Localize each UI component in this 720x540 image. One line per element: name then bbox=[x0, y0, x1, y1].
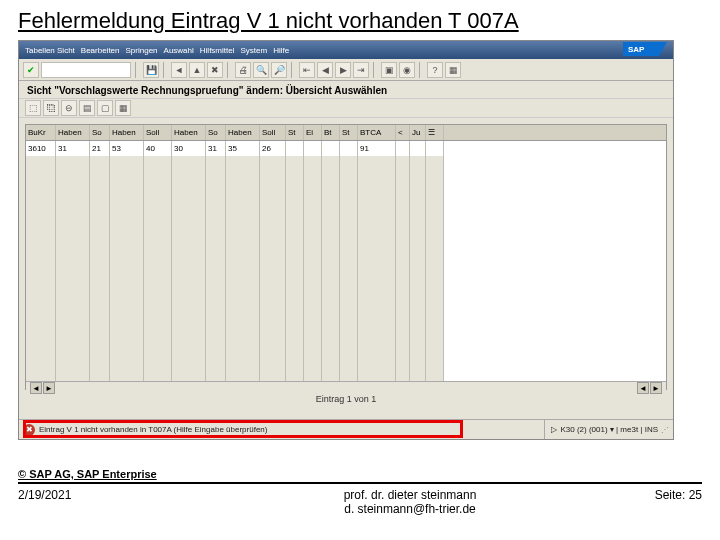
table-cell[interactable] bbox=[340, 306, 358, 321]
table-cell[interactable] bbox=[56, 216, 90, 231]
save-button[interactable]: 💾 bbox=[143, 62, 159, 78]
table-cell[interactable] bbox=[410, 171, 426, 186]
table-cell[interactable] bbox=[396, 366, 410, 381]
find-button[interactable]: 🔍 bbox=[253, 62, 269, 78]
new-session-button[interactable]: ▣ bbox=[381, 62, 397, 78]
table-cell[interactable] bbox=[226, 186, 260, 201]
help-button[interactable]: ? bbox=[427, 62, 443, 78]
table-cell[interactable] bbox=[358, 171, 396, 186]
table-cell[interactable] bbox=[56, 171, 90, 186]
table-row[interactable] bbox=[26, 246, 666, 261]
table-cell[interactable] bbox=[172, 246, 206, 261]
table-cell[interactable] bbox=[90, 276, 110, 291]
table-cell[interactable] bbox=[304, 156, 322, 171]
table-cell[interactable] bbox=[172, 276, 206, 291]
table-cell[interactable] bbox=[396, 216, 410, 231]
menu-item[interactable]: Bearbeiten bbox=[81, 46, 120, 55]
menu-item[interactable]: Auswahl bbox=[164, 46, 194, 55]
table-cell[interactable] bbox=[322, 186, 340, 201]
back-button[interactable]: ◄ bbox=[171, 62, 187, 78]
column-header[interactable]: Soll bbox=[260, 125, 286, 140]
table-cell[interactable] bbox=[110, 246, 144, 261]
table-cell[interactable] bbox=[396, 276, 410, 291]
table-cell[interactable] bbox=[110, 276, 144, 291]
table-cell[interactable] bbox=[110, 156, 144, 171]
table-cell[interactable] bbox=[304, 336, 322, 351]
table-cell[interactable] bbox=[260, 291, 286, 306]
first-page-button[interactable]: ⇤ bbox=[299, 62, 315, 78]
scroll-left2-button[interactable]: ◄ bbox=[637, 382, 649, 394]
table-cell[interactable] bbox=[172, 171, 206, 186]
table-cell[interactable] bbox=[26, 231, 56, 246]
table-cell[interactable] bbox=[172, 366, 206, 381]
table-cell[interactable] bbox=[90, 261, 110, 276]
table-cell[interactable] bbox=[396, 171, 410, 186]
table-cell[interactable] bbox=[340, 141, 358, 156]
menu-item[interactable]: Hilfsmittel bbox=[200, 46, 235, 55]
table-cell[interactable] bbox=[110, 216, 144, 231]
table-cell[interactable] bbox=[260, 261, 286, 276]
table-cell[interactable] bbox=[410, 246, 426, 261]
table-cell[interactable] bbox=[410, 186, 426, 201]
table-cell[interactable] bbox=[110, 366, 144, 381]
table-cell[interactable] bbox=[340, 261, 358, 276]
table-row[interactable] bbox=[26, 291, 666, 306]
table-cell[interactable] bbox=[206, 261, 226, 276]
table-cell[interactable] bbox=[396, 201, 410, 216]
table-cell[interactable]: 21 bbox=[90, 141, 110, 156]
table-cell[interactable] bbox=[286, 321, 304, 336]
table-cell[interactable] bbox=[206, 276, 226, 291]
shortcut-button[interactable]: ◉ bbox=[399, 62, 415, 78]
table-cell[interactable] bbox=[322, 261, 340, 276]
table-cell[interactable] bbox=[286, 306, 304, 321]
table-cell[interactable] bbox=[144, 261, 172, 276]
table-cell[interactable]: 31 bbox=[206, 141, 226, 156]
table-cell[interactable] bbox=[260, 366, 286, 381]
table-cell[interactable] bbox=[90, 231, 110, 246]
table-row[interactable] bbox=[26, 216, 666, 231]
print-button[interactable]: 🖨 bbox=[235, 62, 251, 78]
table-cell[interactable] bbox=[322, 366, 340, 381]
table-cell[interactable] bbox=[172, 291, 206, 306]
table-cell[interactable] bbox=[396, 246, 410, 261]
table-cell[interactable] bbox=[26, 276, 56, 291]
table-cell[interactable] bbox=[26, 246, 56, 261]
table-cell[interactable] bbox=[226, 321, 260, 336]
table-cell[interactable] bbox=[304, 141, 322, 156]
table-cell[interactable] bbox=[358, 321, 396, 336]
table-cell[interactable] bbox=[144, 171, 172, 186]
table-cell[interactable] bbox=[26, 186, 56, 201]
table-cell[interactable] bbox=[56, 291, 90, 306]
menu-item[interactable]: Tabellen Sicht bbox=[25, 46, 75, 55]
table-cell[interactable]: 40 bbox=[144, 141, 172, 156]
table-cell[interactable] bbox=[110, 321, 144, 336]
column-header[interactable]: So bbox=[90, 125, 110, 140]
table-cell[interactable] bbox=[260, 231, 286, 246]
column-header[interactable]: Haben bbox=[56, 125, 90, 140]
table-cell[interactable] bbox=[322, 351, 340, 366]
table-cell[interactable]: 3610 bbox=[26, 141, 56, 156]
table-cell[interactable]: 30 bbox=[172, 141, 206, 156]
select-all-button[interactable]: ▤ bbox=[79, 100, 95, 116]
table-cell[interactable] bbox=[410, 291, 426, 306]
table-cell[interactable] bbox=[144, 231, 172, 246]
table-cell[interactable] bbox=[56, 276, 90, 291]
table-cell[interactable] bbox=[322, 336, 340, 351]
table-cell[interactable] bbox=[396, 231, 410, 246]
table-cell[interactable] bbox=[322, 231, 340, 246]
table-row[interactable] bbox=[26, 156, 666, 171]
table-cell[interactable] bbox=[56, 366, 90, 381]
table-cell[interactable] bbox=[410, 336, 426, 351]
table-cell[interactable] bbox=[304, 246, 322, 261]
table-cell[interactable] bbox=[90, 186, 110, 201]
table-cell[interactable] bbox=[56, 306, 90, 321]
table-cell[interactable] bbox=[304, 261, 322, 276]
deselect-button[interactable]: ▢ bbox=[97, 100, 113, 116]
table-cell[interactable] bbox=[286, 276, 304, 291]
table-cell[interactable] bbox=[144, 366, 172, 381]
table-cell[interactable] bbox=[90, 351, 110, 366]
column-header[interactable]: Haben bbox=[226, 125, 260, 140]
table-cell[interactable] bbox=[304, 201, 322, 216]
table-row[interactable] bbox=[26, 231, 666, 246]
table-cell[interactable] bbox=[358, 276, 396, 291]
